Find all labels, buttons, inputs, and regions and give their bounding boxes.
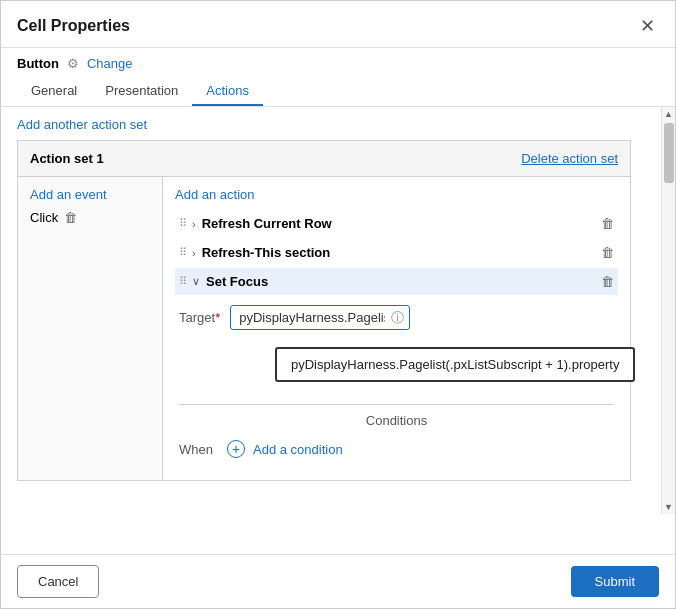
set-focus-section: Target* ⓘ pyDisplayHarness.Pagelist(.pxL… (175, 299, 618, 470)
action-row-2: ⠿ ∨ Set Focus 🗑 (175, 268, 618, 295)
action-row-1: ⠿ › Refresh-This section 🗑 (175, 239, 618, 266)
action-row-0: ⠿ › Refresh Current Row 🗑 (175, 210, 618, 237)
tab-general[interactable]: General (17, 77, 91, 106)
dialog-body: ▲ ▼ Add another action set Action set 1 … (1, 107, 675, 554)
delete-action-set-link[interactable]: Delete action set (521, 151, 618, 166)
target-input-wrap: ⓘ (230, 305, 410, 330)
add-action-set-link[interactable]: Add another action set (1, 107, 647, 140)
scroll-thumb[interactable] (664, 123, 674, 183)
add-action-link[interactable]: Add an action (175, 187, 618, 202)
change-link[interactable]: Change (87, 56, 133, 71)
tooltip-box: pyDisplayHarness.Pagelist(.pxListSubscri… (275, 347, 635, 382)
drag-handle-0[interactable]: ⠿ (179, 217, 186, 230)
trash-icon-2[interactable]: 🗑 (601, 274, 614, 289)
dialog-title: Cell Properties (17, 17, 130, 35)
actions-column: Add an action ⠿ › Refresh Current Row 🗑 … (163, 177, 630, 480)
action-set-body: Add an event Click 🗑 Add an action ⠿ › (18, 177, 630, 480)
chevron-0[interactable]: › (192, 218, 196, 230)
target-input[interactable] (230, 305, 410, 330)
dialog-subheader: Button ⚙ Change (1, 48, 675, 71)
required-star: * (215, 310, 220, 325)
tab-actions[interactable]: Actions (192, 77, 263, 106)
target-label: Target* (179, 310, 220, 325)
when-label: When (179, 442, 219, 457)
conditions-divider (179, 404, 614, 405)
action-name-0: Refresh Current Row (202, 216, 595, 231)
event-item: Click 🗑 (30, 210, 150, 225)
action-set-header: Action set 1 Delete action set (18, 141, 630, 177)
settings-icon: ⚙ (67, 56, 79, 71)
action-set-container: Action set 1 Delete action set Add an ev… (17, 140, 631, 481)
event-name: Click (30, 210, 58, 225)
element-type-label: Button (17, 56, 59, 71)
drag-handle-1[interactable]: ⠿ (179, 246, 186, 259)
info-icon: ⓘ (391, 309, 404, 327)
action-name-1: Refresh-This section (202, 245, 595, 260)
action-set-title: Action set 1 (30, 151, 104, 166)
trash-icon-1[interactable]: 🗑 (601, 245, 614, 260)
tab-presentation[interactable]: Presentation (91, 77, 192, 106)
event-column: Add an event Click 🗑 (18, 177, 163, 480)
cell-properties-dialog: Cell Properties ✕ Button ⚙ Change Genera… (0, 0, 676, 609)
chevron-2[interactable]: ∨ (192, 275, 200, 288)
content-area: Add another action set Action set 1 Dele… (1, 107, 675, 554)
tabs-bar: General Presentation Actions (1, 71, 675, 107)
add-condition-circle[interactable]: + (227, 440, 245, 458)
chevron-1[interactable]: › (192, 247, 196, 259)
action-name-2: Set Focus (206, 274, 595, 289)
cancel-button[interactable]: Cancel (17, 565, 99, 598)
submit-button[interactable]: Submit (571, 566, 659, 597)
event-trash-icon[interactable]: 🗑 (64, 210, 77, 225)
dialog-footer: Cancel Submit (1, 554, 675, 608)
conditions-title: Conditions (179, 413, 614, 428)
conditions-section: Conditions When + Add a condition (175, 396, 618, 470)
scrollbar-track[interactable]: ▲ ▼ (661, 107, 675, 514)
target-row: Target* ⓘ (175, 299, 618, 336)
scroll-down-arrow[interactable]: ▼ (662, 500, 676, 514)
close-button[interactable]: ✕ (636, 15, 659, 37)
add-condition-link[interactable]: Add a condition (253, 442, 343, 457)
add-event-link[interactable]: Add an event (30, 187, 107, 202)
drag-handle-2[interactable]: ⠿ (179, 275, 186, 288)
when-row: When + Add a condition (179, 436, 614, 462)
trash-icon-0[interactable]: 🗑 (601, 216, 614, 231)
dialog-header: Cell Properties ✕ (1, 1, 675, 48)
scroll-up-arrow[interactable]: ▲ (662, 107, 676, 121)
